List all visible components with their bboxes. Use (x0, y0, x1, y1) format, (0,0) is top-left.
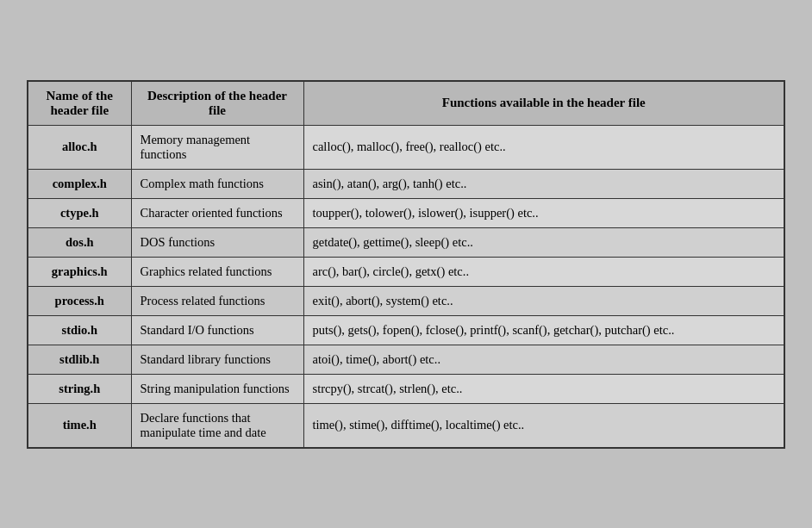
cell-functions: getdate(), gettime(), sleep() etc.. (303, 227, 784, 257)
table-row: stdlib.hStandard library functionsatoi()… (28, 345, 784, 374)
col-header-name: Name of the header file (28, 81, 131, 126)
cell-header-name: alloc.h (28, 125, 131, 169)
cell-description: Graphics related functions (131, 257, 303, 286)
header-files-table: Name of the header file Description of t… (27, 80, 785, 449)
cell-description: DOS functions (131, 227, 303, 257)
table-row: graphics.hGraphics related functionsarc(… (28, 257, 784, 286)
table-row: time.hDeclare functions that manipulate … (28, 403, 784, 448)
cell-description: Declare functions that manipulate time a… (131, 403, 303, 448)
cell-description: Standard I/O functions (131, 315, 303, 345)
cell-functions: exit(), abort(), system() etc.. (303, 286, 784, 315)
cell-description: Complex math functions (131, 169, 303, 198)
cell-header-name: time.h (28, 403, 131, 448)
cell-functions: calloc(), malloc(), free(), realloc() et… (303, 125, 784, 169)
cell-description: Memory management functions (131, 125, 303, 169)
cell-header-name: dos.h (28, 227, 131, 257)
cell-header-name: graphics.h (28, 257, 131, 286)
cell-functions: atoi(), time(), abort() etc.. (303, 345, 784, 374)
cell-functions: strcpy(), strcat(), strlen(), etc.. (303, 374, 784, 403)
cell-functions: time(), stime(), difftime(), localtime()… (303, 403, 784, 448)
cell-header-name: complex.h (28, 169, 131, 198)
cell-description: Standard library functions (131, 345, 303, 374)
table-row: complex.hComplex math functionsasin(), a… (28, 169, 784, 198)
table-row: dos.hDOS functionsgetdate(), gettime(), … (28, 227, 784, 257)
col-header-functions: Functions available in the header file (303, 81, 784, 126)
table-row: string.hString manipulation functionsstr… (28, 374, 784, 403)
table-row: alloc.hMemory management functionscalloc… (28, 125, 784, 169)
col-header-description: Description of the header file (131, 81, 303, 126)
table-row: stdio.hStandard I/O functionsputs(), get… (28, 315, 784, 345)
cell-functions: toupper(), tolower(), islower(), isupper… (303, 198, 784, 227)
table-row: process.hProcess related functionsexit()… (28, 286, 784, 315)
cell-functions: arc(), bar(), circle(), getx() etc.. (303, 257, 784, 286)
cell-header-name: ctype.h (28, 198, 131, 227)
cell-header-name: process.h (28, 286, 131, 315)
header-row: Name of the header file Description of t… (28, 81, 784, 126)
cell-description: Character oriented functions (131, 198, 303, 227)
cell-functions: asin(), atan(), arg(), tanh() etc.. (303, 169, 784, 198)
cell-functions: puts(), gets(), fopen(), fclose(), print… (303, 315, 784, 345)
cell-header-name: stdio.h (28, 315, 131, 345)
cell-description: Process related functions (131, 286, 303, 315)
cell-header-name: string.h (28, 374, 131, 403)
cell-header-name: stdlib.h (28, 345, 131, 374)
cell-description: String manipulation functions (131, 374, 303, 403)
table-container: Name of the header file Description of t… (27, 80, 785, 449)
table-row: ctype.hCharacter oriented functionstoupp… (28, 198, 784, 227)
